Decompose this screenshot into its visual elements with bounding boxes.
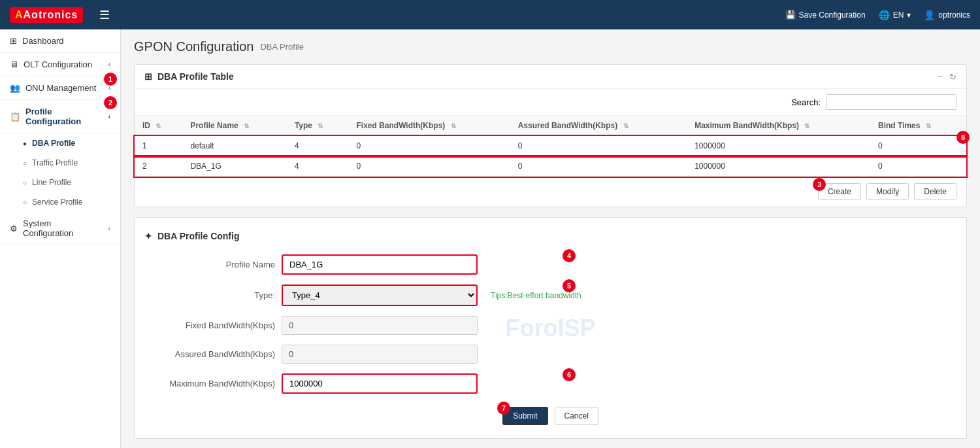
- annotation-badge-5: 5: [563, 279, 576, 292]
- menu-toggle[interactable]: ☰: [99, 8, 110, 22]
- col-id: ID ⇅: [135, 116, 182, 136]
- annotation-badge-7: 7: [497, 402, 510, 415]
- delete-button[interactable]: Delete: [914, 183, 956, 200]
- form-actions: 7 Submit Cancel: [144, 407, 956, 425]
- dashboard-icon: ⊞: [10, 36, 17, 46]
- cell-name-2: DBA_1G: [182, 156, 286, 177]
- assured-bw-value: 0: [282, 345, 478, 364]
- sort-bind-icon[interactable]: ⇅: [926, 122, 931, 129]
- sidebar-sub-item-line-profile[interactable]: Line Profile: [0, 173, 120, 192]
- form-section-header: ✦ DBA Profile Config: [144, 231, 956, 241]
- search-input[interactable]: [826, 94, 956, 110]
- sidebar-item-olt-config[interactable]: 🖥 OLT Configuration ‹: [0, 53, 120, 77]
- annotation-badge-3: 3: [813, 178, 826, 191]
- sort-fixed-icon[interactable]: ⇅: [451, 122, 456, 129]
- col-profile-name: Profile Name ⇅: [182, 116, 286, 136]
- cell-assured-1: 0: [510, 136, 687, 156]
- user-icon: [924, 10, 935, 20]
- dba-form-section: ForoISP ✦ DBA Profile Config Profile Nam…: [134, 217, 967, 439]
- card-header-table: ⊞ DBA Profile Table − ↻: [135, 65, 966, 89]
- sort-id-icon[interactable]: ⇅: [155, 122, 161, 129]
- modify-button[interactable]: Modify: [866, 183, 909, 200]
- cell-bind-1: 0 8: [870, 136, 966, 156]
- annotation-badge-8: 8: [956, 131, 970, 144]
- card-header-controls[interactable]: − ↻: [938, 72, 956, 82]
- cell-bind-2: 0: [870, 156, 966, 177]
- sort-type-icon[interactable]: ⇅: [318, 122, 323, 129]
- sort-name-icon[interactable]: ⇅: [244, 122, 249, 129]
- max-bw-label: Maximum BandWidth(Kbps): [144, 379, 275, 388]
- page-header: GPON Configuration DBA Profile: [134, 39, 967, 54]
- form-row-max-bw: Maximum BandWidth(Kbps) 6: [144, 373, 956, 394]
- sidebar-item-system-config[interactable]: ⚙ System Configuration ‹: [0, 212, 120, 245]
- sidebar-sub-item-dba-profile[interactable]: DBA Profile: [0, 133, 120, 153]
- cell-max-1: 1000000: [687, 136, 870, 156]
- sort-max-icon[interactable]: ⇅: [804, 122, 809, 129]
- form-row-profile-name: Profile Name 4: [144, 254, 956, 275]
- form-row-fixed-bw: Fixed BandWidth(Kbps) 0: [144, 316, 956, 335]
- dba-table-card: ⊞ DBA Profile Table − ↻ Search: ID ⇅ P: [134, 64, 967, 207]
- table-row[interactable]: 1 default 4 0 0 1000000 0 8: [135, 136, 966, 156]
- col-bind-times: Bind Times ⇅: [870, 116, 966, 136]
- minimize-icon[interactable]: −: [938, 72, 943, 82]
- sidebar-sub-item-traffic-profile[interactable]: Traffic Profile: [0, 153, 120, 173]
- search-label: Search:: [791, 97, 821, 107]
- user-link[interactable]: optronics: [924, 10, 970, 20]
- chevron-profile: ‹: [108, 113, 110, 120]
- sidebar: ⊞ Dashboard 🖥 OLT Configuration ‹ 👥 ONU …: [0, 29, 121, 448]
- table-actions: 3 Create Modify Delete: [135, 177, 966, 207]
- table-title: ⊞ DBA Profile Table: [144, 71, 234, 82]
- cell-assured-2: 0: [510, 156, 687, 177]
- table-row[interactable]: 2 DBA_1G 4 0 0 1000000 0: [135, 156, 966, 177]
- logo: AAotronics: [10, 7, 83, 23]
- col-max-bw: Maximum BandWidth(Kbps) ⇅: [687, 116, 870, 136]
- fixed-bw-label: Fixed BandWidth(Kbps): [144, 320, 275, 330]
- assured-bw-label: Assured BandWidth(Kbps): [144, 349, 275, 359]
- col-assured-bw: Assured BandWidth(Kbps) ⇅: [510, 116, 687, 136]
- dba-profile-table: ID ⇅ Profile Name ⇅ Type ⇅ Fixed BandWid…: [135, 116, 966, 177]
- annotation-badge-6: 6: [563, 368, 576, 381]
- cell-max-2: 1000000: [687, 156, 870, 177]
- annotation-badge-1: 1: [104, 73, 117, 86]
- annotation-badge-2: 2: [104, 96, 117, 109]
- profile-icon: 📋: [10, 112, 20, 122]
- cell-id-1: 1: [135, 136, 182, 156]
- content-area: GPON Configuration DBA Profile ⊞ DBA Pro…: [121, 29, 980, 448]
- sidebar-item-profile-config[interactable]: 📋 Profile Configuration ‹ 2: [0, 100, 120, 133]
- type-select[interactable]: Type_1 Type_2 Type_3 Type_4 Type_5: [282, 284, 478, 306]
- sidebar-sub-item-service-profile[interactable]: Service Profile: [0, 192, 120, 212]
- cell-fixed-2: 0: [348, 156, 510, 177]
- sidebar-item-dashboard[interactable]: ⊞ Dashboard: [0, 29, 120, 53]
- main-layout: ⊞ Dashboard 🖥 OLT Configuration ‹ 👥 ONU …: [0, 29, 980, 448]
- page-title: GPON Configuration: [134, 39, 253, 54]
- table-header-row: ID ⇅ Profile Name ⇅ Type ⇅ Fixed BandWid…: [135, 116, 966, 136]
- max-bw-input[interactable]: [282, 373, 478, 394]
- save-config-link[interactable]: Save Configuration: [785, 10, 866, 20]
- form-icon: ✦: [144, 231, 152, 241]
- cell-type-2: 4: [287, 156, 349, 177]
- col-type: Type ⇅: [287, 116, 349, 136]
- cell-id-2: 2: [135, 156, 182, 177]
- cell-name-1: default: [182, 136, 286, 156]
- onu-icon: 👥: [10, 83, 20, 93]
- type-label: Type:: [144, 290, 275, 300]
- olt-icon: 🖥: [10, 60, 18, 69]
- brand: AAotronics: [10, 7, 83, 23]
- cell-fixed-1: 0: [348, 136, 510, 156]
- form-row-assured-bw: Assured BandWidth(Kbps) 0: [144, 345, 956, 364]
- refresh-icon[interactable]: ↻: [949, 72, 956, 82]
- sidebar-item-onu-mgmt[interactable]: 👥 ONU Management ‹ 1: [0, 77, 120, 100]
- cancel-button[interactable]: Cancel: [555, 407, 598, 425]
- chevron-olt: ‹: [108, 61, 110, 68]
- save-icon: [785, 10, 796, 20]
- col-fixed-bw: Fixed BandWidth(Kbps) ⇅: [348, 116, 510, 136]
- system-icon: ⚙: [10, 224, 18, 233]
- annotation-badge-4: 4: [563, 249, 576, 262]
- profile-name-input[interactable]: [282, 254, 478, 275]
- sort-assured-icon[interactable]: ⇅: [623, 122, 629, 129]
- chevron-system: ‹: [108, 225, 110, 232]
- fixed-bw-value: 0: [282, 316, 478, 335]
- language-link[interactable]: EN ▾: [879, 10, 911, 20]
- globe-icon: [879, 10, 890, 20]
- form-row-type: Type: 5 Type_1 Type_2 Type_3 Type_4 Type…: [144, 284, 956, 306]
